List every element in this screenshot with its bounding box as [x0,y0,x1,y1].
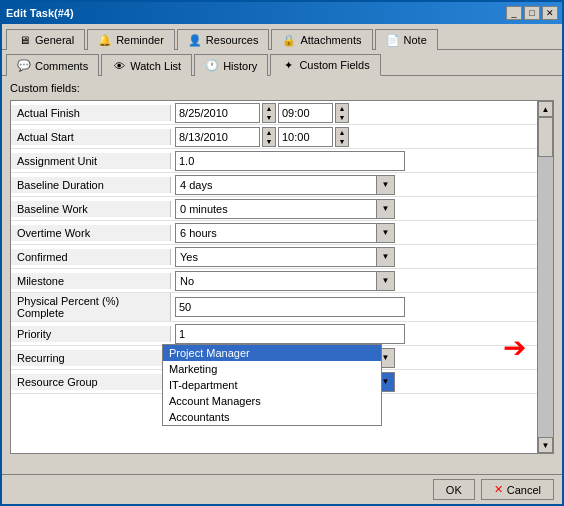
main-content: Custom fields: Actual Finish ▲ ▼ ▲ [2,76,562,462]
spin-down-icon[interactable]: ▼ [263,137,275,146]
baseline-duration-dropdown[interactable]: 4 days ▼ [175,175,395,195]
baseline-work-dropdown-btn[interactable]: ▼ [376,200,394,218]
overtime-work-dropdown-btn[interactable]: ▼ [376,224,394,242]
milestone-value: No ▼ [171,270,537,292]
spin-up-icon[interactable]: ▲ [263,104,275,113]
close-button[interactable]: ✕ [542,6,558,20]
tabs-row1: 🖥 General 🔔 Reminder 👤 Resources 🔒 Attac… [2,24,562,50]
field-row-actual-start: Actual Start ▲ ▼ ▲ ▼ [11,125,537,149]
custom-fields-icon: ✦ [281,58,295,72]
tab-general-label: General [35,34,74,46]
spin-down-icon[interactable]: ▼ [263,113,275,122]
actual-finish-time[interactable] [278,103,333,123]
footer: OK ✕ Cancel [2,474,562,504]
actual-finish-date-spin[interactable]: ▲ ▼ [262,103,276,123]
priority-value [171,323,537,345]
baseline-duration-dropdown-btn[interactable]: ▼ [376,176,394,194]
physical-percent-label: Physical Percent (%) Complete [11,293,171,321]
confirmed-label: Confirmed [11,249,171,265]
overtime-work-text: 6 hours [176,226,376,240]
field-row-baseline-duration: Baseline Duration 4 days ▼ [11,173,537,197]
resources-icon: 👤 [188,33,202,47]
actual-finish-date[interactable] [175,103,260,123]
popup-item-marketing[interactable]: Marketing [163,361,381,377]
spin-up-icon[interactable]: ▲ [263,128,275,137]
popup-item-project-manager[interactable]: Project Manager [163,345,381,361]
field-row-confirmed: Confirmed Yes ▼ [11,245,537,269]
field-row-actual-finish: Actual Finish ▲ ▼ ▲ ▼ [11,101,537,125]
scroll-up-button[interactable]: ▲ [538,101,553,117]
popup-item-accountants[interactable]: Accountants [163,409,381,425]
popup-item-it-department[interactable]: IT-department [163,377,381,393]
tab-note[interactable]: 📄 Note [375,29,438,50]
ok-button[interactable]: OK [433,479,475,500]
tab-custom-fields[interactable]: ✦ Custom Fields [270,54,380,76]
assignment-unit-label: Assignment Unit [11,153,171,169]
physical-percent-input[interactable] [175,297,405,317]
tab-general[interactable]: 🖥 General [6,29,85,50]
history-icon: 🕐 [205,59,219,73]
field-row-milestone: Milestone No ▼ [11,269,537,293]
spin-up-icon[interactable]: ▲ [336,104,348,113]
actual-start-label: Actual Start [11,129,171,145]
priority-input[interactable] [175,324,405,344]
baseline-work-dropdown[interactable]: 0 minutes ▼ [175,199,395,219]
tab-comments[interactable]: 💬 Comments [6,54,99,76]
actual-start-value: ▲ ▼ ▲ ▼ [171,126,537,148]
cancel-icon: ✕ [494,483,503,496]
tab-attachments[interactable]: 🔒 Attachments [271,29,372,50]
tab-history-label: History [223,60,257,72]
actual-finish-value: ▲ ▼ ▲ ▼ [171,102,537,124]
field-row-physical-percent: Physical Percent (%) Complete [11,293,537,322]
popup-item-account-managers[interactable]: Account Managers [163,393,381,409]
tab-history[interactable]: 🕐 History [194,54,268,76]
tab-custom-fields-label: Custom Fields [299,59,369,71]
scroll-down-button[interactable]: ▼ [538,437,553,453]
tab-reminder[interactable]: 🔔 Reminder [87,29,175,50]
confirmed-text: Yes [176,250,376,264]
tab-attachments-label: Attachments [300,34,361,46]
attachments-icon: 🔒 [282,33,296,47]
actual-start-time[interactable] [278,127,333,147]
baseline-work-label: Baseline Work [11,201,171,217]
confirmed-dropdown[interactable]: Yes ▼ [175,247,395,267]
minimize-button[interactable]: _ [506,6,522,20]
actual-start-date[interactable] [175,127,260,147]
overtime-work-dropdown[interactable]: 6 hours ▼ [175,223,395,243]
maximize-button[interactable]: □ [524,6,540,20]
milestone-dropdown[interactable]: No ▼ [175,271,395,291]
spin-down-icon[interactable]: ▼ [336,137,348,146]
tab-resources-label: Resources [206,34,259,46]
spin-up-icon[interactable]: ▲ [336,128,348,137]
tab-resources[interactable]: 👤 Resources [177,29,270,50]
cancel-button[interactable]: ✕ Cancel [481,479,554,500]
spin-down-icon[interactable]: ▼ [336,113,348,122]
title-bar: Edit Task(#4) _ □ ✕ [2,2,562,24]
reminder-icon: 🔔 [98,33,112,47]
milestone-dropdown-btn[interactable]: ▼ [376,272,394,290]
priority-label: Priority [11,326,171,342]
actual-start-date-spin[interactable]: ▲ ▼ [262,127,276,147]
actual-finish-time-spin[interactable]: ▲ ▼ [335,103,349,123]
window-title: Edit Task(#4) [6,7,74,19]
field-row-overtime-work: Overtime Work 6 hours ▼ [11,221,537,245]
title-controls: _ □ ✕ [506,6,558,20]
assignment-unit-input[interactable] [175,151,405,171]
actual-finish-label: Actual Finish [11,105,171,121]
tab-watchlist[interactable]: 👁 Watch List [101,54,192,76]
actual-start-time-spin[interactable]: ▲ ▼ [335,127,349,147]
custom-fields-label: Custom fields: [10,82,554,94]
resource-group-popup: Project Manager Marketing IT-department … [162,344,382,426]
baseline-work-text: 0 minutes [176,202,376,216]
recurring-label: Recurring [11,350,171,366]
milestone-label: Milestone [11,273,171,289]
edit-task-window: Edit Task(#4) _ □ ✕ 🖥 General 🔔 Reminder… [0,0,564,506]
overtime-work-label: Overtime Work [11,225,171,241]
general-icon: 🖥 [17,33,31,47]
scroll-thumb[interactable] [538,117,553,157]
field-row-assignment-unit: Assignment Unit [11,149,537,173]
comments-icon: 💬 [17,59,31,73]
field-row-baseline-work: Baseline Work 0 minutes ▼ [11,197,537,221]
tab-comments-label: Comments [35,60,88,72]
confirmed-dropdown-btn[interactable]: ▼ [376,248,394,266]
